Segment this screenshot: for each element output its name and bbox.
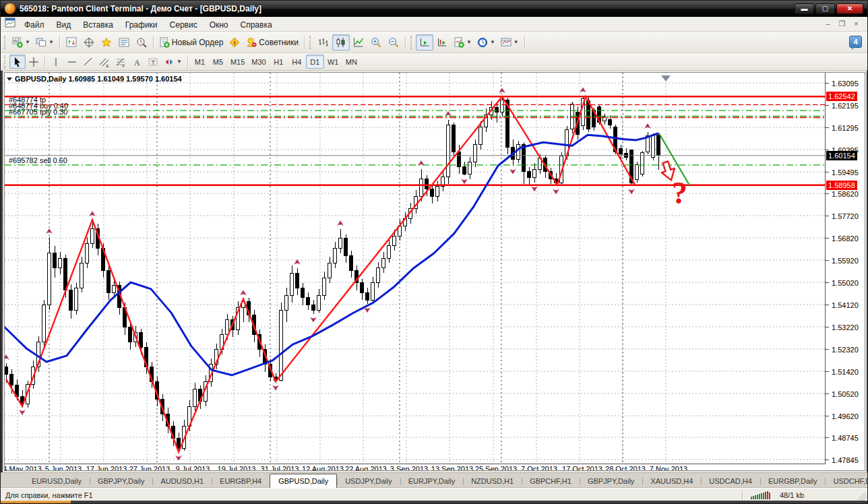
terminal-list-icon [119,37,129,48]
candle-body [361,283,364,293]
chart-tabs-bar: EURUSD,DailyGBPJPY,DailyAUDUSD,H1EURGBP,… [1,472,867,488]
dropdown-caret-icon[interactable]: ▼ [49,39,54,45]
channel-tool-button[interactable]: E [96,55,113,69]
chart-tab-GBPJPY-Daily[interactable]: GBPJPY,Daily [580,475,643,488]
period-W1-button[interactable]: W1 [324,55,342,69]
advisors-button[interactable]: Советники [243,34,301,51]
chart-shift-button[interactable] [433,34,451,51]
alert-button[interactable]: ! [226,34,243,51]
title-bar[interactable]: 565018: Panteon Client Terminal - Демо С… [1,1,867,17]
notification-badge[interactable]: 4 [849,36,862,48]
menu-Вид[interactable]: Вид [51,19,78,31]
navigator-star-button[interactable] [98,34,115,51]
profiles-icon [36,37,46,48]
period-M1-button[interactable]: M1 [191,55,209,69]
chart-tab-GBPUSD-Daily[interactable]: GBPUSD,Daily [270,474,337,488]
close-button[interactable]: ✕ [836,3,863,14]
new-order-button[interactable]: Новый Ордер [156,34,226,51]
strategy-tester-button[interactable] [133,34,150,51]
chart-tab-USDCAD-H4[interactable]: USDCAD,H4 [701,475,760,488]
chart-candles-button[interactable] [332,34,350,51]
profiles-button[interactable]: ▼ [33,34,57,51]
maximize-button[interactable]: ▢ [815,3,835,14]
period-H1-button[interactable]: H1 [270,55,288,69]
indicators-button[interactable]: ▼ [451,34,474,51]
market-watch-button[interactable] [63,34,80,51]
zoom-out-button[interactable] [385,34,402,51]
dropdown-caret-icon[interactable]: ▼ [25,39,30,45]
date-tick-label: 19 Jul 2013 [218,465,256,471]
toolbar-grip[interactable] [309,36,311,49]
chart-tab-USDCHF-Daily[interactable]: USDCHF,Daily [825,475,867,488]
candle-body [528,172,531,178]
toolbar-grip[interactable] [4,36,6,49]
chart-area[interactable]: #648774 tp#648774 buy 0.40#667705 tply 0… [4,72,865,471]
chart-shift-marker-icon[interactable] [661,75,671,82]
menu-Графики[interactable]: Графики [119,19,164,31]
chart-candles-icon [336,37,346,48]
hline-tool-button[interactable] [64,55,80,69]
chart-tab-AUDUSD-H1[interactable]: AUDUSD,H1 [152,475,212,488]
dropdown-caret-icon[interactable]: ▼ [514,39,519,45]
menu-Вставка[interactable]: Вставка [77,19,119,31]
svg-text:F: F [123,63,125,67]
cursor-tool-button[interactable] [9,55,26,69]
date-tick-label: 12 Aug 2013 [302,465,344,471]
zoom-in-button[interactable] [367,34,385,51]
shapes-tool-button[interactable]: ▼ [161,55,185,69]
candle-body [296,273,299,288]
menu-Окно[interactable]: Окно [204,19,235,31]
trendline-tool-button[interactable] [80,55,96,69]
question-mark-annotation[interactable]: ? [672,176,687,210]
period-M30-button[interactable]: M30 [248,55,269,69]
dropdown-caret-icon[interactable]: ▼ [466,39,472,45]
chart-line-button[interactable] [350,34,367,51]
period-MN-button[interactable]: MN [342,55,361,69]
new-chart-button[interactable]: ▼ [9,34,33,51]
toolbar-grip[interactable] [410,36,412,49]
chart-tab-EURGBP-Daily[interactable]: EURGBP,Daily [760,475,826,488]
candle-body [382,258,385,268]
child-close-button[interactable]: × [850,19,862,29]
crosshair-tool-button[interactable] [26,55,42,69]
dropdown-caret-icon[interactable]: ▼ [177,59,182,65]
vline-icon [51,57,61,67]
crosshair-target-button[interactable] [80,34,98,51]
symbol-dropdown-icon[interactable] [7,77,12,81]
menu-Файл[interactable]: Файл [18,19,51,31]
minimize-button[interactable]: ▬ [795,3,814,14]
terminal-list-button[interactable] [115,34,133,51]
chart-bars-button[interactable] [315,34,332,51]
chart-tab-GBPCHF-H1[interactable]: GBPCHF,H1 [522,475,580,488]
menu-Справка[interactable]: Справка [235,19,278,31]
label-t-tool-button[interactable]: T [145,55,161,69]
price-tick-label: 1.50520 [826,389,859,398]
auto-scroll-button[interactable] [416,34,433,51]
period-M15-button[interactable]: M15 [227,55,248,69]
date-axis[interactable]: 24 May 20135 Jun 201317 Jun 201327 Jun 2… [5,465,826,471]
fibonacci-tool-button[interactable]: F [113,55,129,69]
chart-tab-EURJPY-Daily[interactable]: EURJPY,Daily [400,475,464,488]
chart-tab-USDJPY-Daily[interactable]: USDJPY,Daily [337,475,400,488]
dropdown-caret-icon[interactable]: ▼ [490,39,495,45]
cursor-icon [12,57,23,67]
vline-tool-button[interactable] [48,55,64,69]
price-chart[interactable]: #648774 tp#648774 buy 0.40#667705 tply 0… [5,73,826,465]
child-minimize-button[interactable]: – [822,19,834,29]
toolbar-grip[interactable] [4,55,6,69]
menu-Сервис[interactable]: Сервис [164,19,204,31]
period-H4-button[interactable]: H4 [288,55,306,69]
text-a-tool-button[interactable]: A [129,55,145,69]
chart-tab-EURUSD-Daily[interactable]: EURUSD,Daily [24,475,90,488]
period-D1-button[interactable]: D1 [306,55,324,69]
periods-button[interactable]: ▼ [474,34,498,51]
chart-tab-GBPJPY-Daily[interactable]: GBPJPY,Daily [90,475,153,488]
window-title: 565018: Panteon Client Terminal - Демо С… [20,4,261,13]
chart-tab-XAUUSD-H4[interactable]: XAUUSD,H4 [642,475,701,488]
chart-tab-EURGBP-H4[interactable]: EURGBP,H4 [212,475,270,488]
child-restore-button[interactable]: ❐ [836,19,848,29]
period-M5-button[interactable]: M5 [209,55,227,69]
chart-tab-NZDUSD-H1[interactable]: NZDUSD,H1 [463,475,522,488]
templates-button[interactable]: ▼ [498,34,522,51]
price-axis[interactable]: 1.630951.621951.612951.603951.594951.586… [826,73,865,464]
